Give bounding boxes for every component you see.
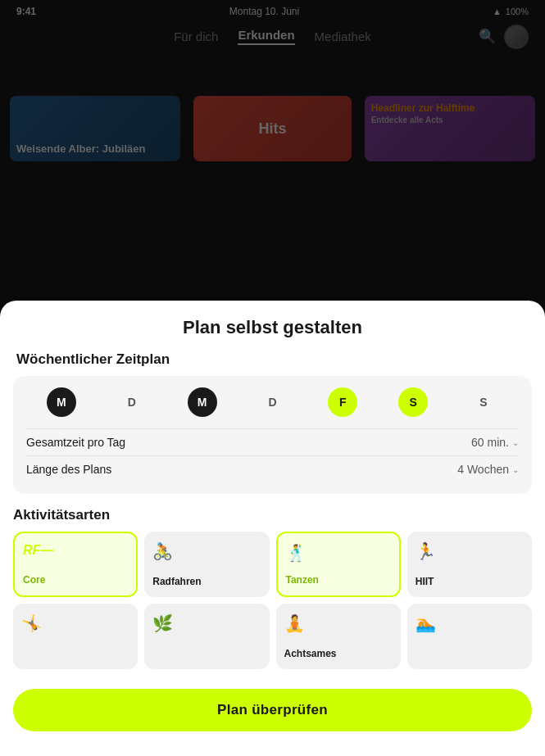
plan-length-value[interactable]: 4 Wochen ⌄ [457,463,519,476]
activity-card-achtsames[interactable]: 🧘 Achtsames [276,604,401,669]
achtsames-icon: 🧘 [284,613,305,633]
activity-card-6[interactable]: 🌿 [144,604,269,669]
day-saturday[interactable]: S [398,387,428,417]
modal-overlay: Abbrechen Plan selbst gestalten Wöchentl… [0,0,545,756]
activity-core-label: Core [23,574,45,586]
activity8-icon: 🏊 [416,613,436,633]
activity-card-8[interactable]: 🏊 [407,604,532,669]
activity-card-tanzen[interactable]: 🕺 Tanzen [276,532,401,597]
review-button[interactable]: Plan überprüfen [13,689,532,731]
core-brand-icon: RF— [23,543,53,558]
chevron-plan-icon: ⌄ [512,465,519,474]
modal-sheet: Plan selbst gestalten Wöchentlicher Zeit… [0,301,545,756]
activity-grid: RF— Core 🚴 Radfahren 🕺 Tanzen 🏃 HIIT [13,532,532,597]
activity-card-hiit[interactable]: 🏃 HIIT [407,532,532,597]
review-btn-container: Plan überprüfen [0,682,545,740]
plan-length-row: Länge des Plans 4 Wochen ⌄ [26,455,519,482]
day-tuesday[interactable]: D [117,387,147,417]
hiit-icon: 🏃 [416,541,436,561]
activity-section: Aktivitätsarten RF— Core 🚴 Radfahren 🕺 T… [0,507,545,682]
day-sunday[interactable]: S [469,387,498,417]
activity6-icon: 🌿 [152,613,173,633]
weekly-schedule-title: Wöchentlicher Zeitplan [0,351,545,376]
day-monday-1[interactable]: M [47,387,76,417]
weekly-schedule: M D M D F S S Gesamtzeit pro Tag 60 min.… [13,376,532,494]
day-thursday[interactable]: D [257,387,287,417]
plan-length-label: Länge des Plans [26,463,111,476]
activity-achtsames-label: Achtsames [284,648,337,659]
activity-radfahren-label: Radfahren [152,576,201,587]
days-row: M D M D F S S [26,387,519,417]
activity-types-title: Aktivitätsarten [13,507,532,532]
chevron-time-icon: ⌄ [512,438,519,447]
activity-card-radfahren[interactable]: 🚴 Radfahren [144,532,269,597]
total-time-value[interactable]: 60 min. ⌄ [471,436,519,449]
activity-card-5[interactable]: 🤸 [13,604,138,669]
activity-card-core[interactable]: RF— Core [13,532,138,597]
activity-hiit-label: HIIT [416,576,434,587]
radfahren-icon: 🚴 [152,541,173,561]
activity-row-2: 🤸 🌿 🧘 Achtsames 🏊 [13,604,532,669]
total-time-row: Gesamtzeit pro Tag 60 min. ⌄ [26,428,519,455]
tanzen-icon: 🕺 [286,543,307,563]
activity5-icon: 🤸 [21,613,42,633]
total-time-label: Gesamtzeit pro Tag [26,436,125,449]
activity-tanzen-label: Tanzen [286,574,319,586]
day-friday[interactable]: F [328,387,357,417]
day-wednesday[interactable]: M [188,387,217,417]
modal-title: Plan selbst gestalten [0,301,545,351]
